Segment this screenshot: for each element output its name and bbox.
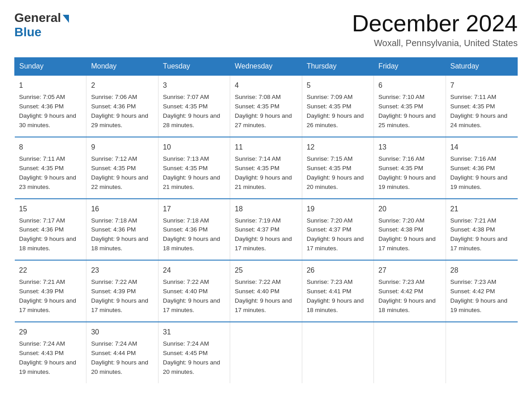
calendar-cell: 8 Sunrise: 7:11 AMSunset: 4:35 PMDayligh… bbox=[15, 137, 86, 199]
calendar-cell: 7 Sunrise: 7:11 AMSunset: 4:35 PMDayligh… bbox=[446, 75, 517, 137]
calendar-cell: 1 Sunrise: 7:05 AMSunset: 4:36 PMDayligh… bbox=[15, 75, 86, 137]
day-number: 10 bbox=[163, 142, 225, 153]
calendar-cell: 26 Sunrise: 7:23 AMSunset: 4:41 PMDaylig… bbox=[302, 260, 373, 322]
calendar-cell: 15 Sunrise: 7:17 AMSunset: 4:36 PMDaylig… bbox=[15, 199, 86, 261]
day-number: 15 bbox=[19, 204, 82, 214]
calendar-cell: 25 Sunrise: 7:22 AMSunset: 4:40 PMDaylig… bbox=[230, 260, 302, 322]
calendar-cell: 9 Sunrise: 7:12 AMSunset: 4:35 PMDayligh… bbox=[86, 137, 158, 199]
day-info: Sunrise: 7:17 AMSunset: 4:36 PMDaylight:… bbox=[19, 216, 82, 254]
day-info: Sunrise: 7:20 AMSunset: 4:38 PMDaylight:… bbox=[378, 216, 441, 254]
day-info: Sunrise: 7:21 AMSunset: 4:39 PMDaylight:… bbox=[19, 278, 82, 315]
calendar-cell bbox=[302, 322, 373, 383]
calendar-cell: 28 Sunrise: 7:23 AMSunset: 4:42 PMDaylig… bbox=[446, 260, 517, 322]
calendar-cell: 11 Sunrise: 7:14 AMSunset: 4:35 PMDaylig… bbox=[230, 137, 302, 199]
weekday-header-wednesday: Wednesday bbox=[230, 58, 302, 76]
day-info: Sunrise: 7:13 AMSunset: 4:35 PMDaylight:… bbox=[163, 154, 225, 192]
calendar-cell: 27 Sunrise: 7:23 AMSunset: 4:42 PMDaylig… bbox=[374, 260, 446, 322]
day-info: Sunrise: 7:22 AMSunset: 4:40 PMDaylight:… bbox=[163, 278, 225, 315]
weekday-header-friday: Friday bbox=[374, 58, 446, 76]
calendar-week-row: 1 Sunrise: 7:05 AMSunset: 4:36 PMDayligh… bbox=[15, 75, 518, 137]
calendar-cell: 22 Sunrise: 7:21 AMSunset: 4:39 PMDaylig… bbox=[15, 260, 86, 322]
calendar-cell: 17 Sunrise: 7:18 AMSunset: 4:36 PMDaylig… bbox=[158, 199, 230, 261]
day-number: 26 bbox=[307, 265, 369, 276]
calendar-cell: 29 Sunrise: 7:24 AMSunset: 4:43 PMDaylig… bbox=[15, 322, 86, 383]
day-info: Sunrise: 7:16 AMSunset: 4:36 PMDaylight:… bbox=[450, 154, 513, 192]
calendar-cell: 6 Sunrise: 7:10 AMSunset: 4:35 PMDayligh… bbox=[374, 75, 446, 137]
calendar-cell: 14 Sunrise: 7:16 AMSunset: 4:36 PMDaylig… bbox=[446, 137, 517, 199]
day-number: 4 bbox=[235, 80, 297, 91]
day-info: Sunrise: 7:23 AMSunset: 4:42 PMDaylight:… bbox=[378, 278, 441, 315]
day-info: Sunrise: 7:07 AMSunset: 4:35 PMDaylight:… bbox=[163, 93, 225, 130]
day-number: 14 bbox=[450, 142, 513, 153]
day-number: 3 bbox=[163, 80, 225, 91]
day-info: Sunrise: 7:11 AMSunset: 4:35 PMDaylight:… bbox=[19, 154, 82, 192]
calendar-week-row: 15 Sunrise: 7:17 AMSunset: 4:36 PMDaylig… bbox=[15, 199, 518, 261]
day-number: 9 bbox=[91, 142, 153, 153]
weekday-header-sunday: Sunday bbox=[15, 58, 86, 76]
day-number: 31 bbox=[163, 327, 225, 338]
day-info: Sunrise: 7:10 AMSunset: 4:35 PMDaylight:… bbox=[378, 93, 441, 130]
day-info: Sunrise: 7:22 AMSunset: 4:39 PMDaylight:… bbox=[91, 278, 153, 315]
calendar-cell: 4 Sunrise: 7:08 AMSunset: 4:35 PMDayligh… bbox=[230, 75, 302, 137]
calendar-cell: 12 Sunrise: 7:15 AMSunset: 4:35 PMDaylig… bbox=[302, 137, 373, 199]
page-header: General Blue December 2024 Woxall, Penns… bbox=[14, 11, 518, 48]
calendar-cell: 23 Sunrise: 7:22 AMSunset: 4:39 PMDaylig… bbox=[86, 260, 158, 322]
day-info: Sunrise: 7:05 AMSunset: 4:36 PMDaylight:… bbox=[19, 93, 82, 130]
calendar-cell: 5 Sunrise: 7:09 AMSunset: 4:35 PMDayligh… bbox=[302, 75, 373, 137]
calendar-cell: 16 Sunrise: 7:18 AMSunset: 4:36 PMDaylig… bbox=[86, 199, 158, 261]
calendar-cell: 31 Sunrise: 7:24 AMSunset: 4:45 PMDaylig… bbox=[158, 322, 230, 383]
day-number: 16 bbox=[91, 204, 153, 214]
calendar-cell: 18 Sunrise: 7:19 AMSunset: 4:37 PMDaylig… bbox=[230, 199, 302, 261]
day-info: Sunrise: 7:24 AMSunset: 4:43 PMDaylight:… bbox=[19, 339, 82, 377]
calendar-cell: 21 Sunrise: 7:21 AMSunset: 4:38 PMDaylig… bbox=[446, 199, 517, 261]
calendar-table: SundayMondayTuesdayWednesdayThursdayFrid… bbox=[14, 57, 518, 383]
month-year-title: December 2024 bbox=[352, 11, 518, 36]
calendar-cell: 13 Sunrise: 7:16 AMSunset: 4:35 PMDaylig… bbox=[374, 137, 446, 199]
logo-general: General bbox=[14, 11, 61, 25]
calendar-week-row: 29 Sunrise: 7:24 AMSunset: 4:43 PMDaylig… bbox=[15, 322, 518, 383]
day-info: Sunrise: 7:15 AMSunset: 4:35 PMDaylight:… bbox=[307, 154, 369, 192]
day-info: Sunrise: 7:11 AMSunset: 4:35 PMDaylight:… bbox=[450, 93, 513, 130]
calendar-cell: 20 Sunrise: 7:20 AMSunset: 4:38 PMDaylig… bbox=[374, 199, 446, 261]
day-info: Sunrise: 7:06 AMSunset: 4:36 PMDaylight:… bbox=[91, 93, 153, 130]
calendar-cell: 10 Sunrise: 7:13 AMSunset: 4:35 PMDaylig… bbox=[158, 137, 230, 199]
day-info: Sunrise: 7:23 AMSunset: 4:41 PMDaylight:… bbox=[307, 278, 369, 315]
weekday-header-row: SundayMondayTuesdayWednesdayThursdayFrid… bbox=[15, 58, 518, 76]
day-number: 22 bbox=[19, 265, 82, 276]
day-info: Sunrise: 7:24 AMSunset: 4:45 PMDaylight:… bbox=[163, 339, 225, 377]
location-subtitle: Woxall, Pennsylvania, United States bbox=[352, 38, 518, 48]
day-number: 20 bbox=[378, 204, 441, 214]
day-number: 29 bbox=[19, 327, 82, 338]
logo-text: General bbox=[14, 11, 69, 25]
calendar-cell bbox=[446, 322, 517, 383]
calendar-cell bbox=[374, 322, 446, 383]
calendar-cell: 30 Sunrise: 7:24 AMSunset: 4:44 PMDaylig… bbox=[86, 322, 158, 383]
day-info: Sunrise: 7:22 AMSunset: 4:40 PMDaylight:… bbox=[235, 278, 297, 315]
weekday-header-saturday: Saturday bbox=[446, 58, 517, 76]
day-info: Sunrise: 7:23 AMSunset: 4:42 PMDaylight:… bbox=[450, 278, 513, 315]
logo-arrow-icon bbox=[63, 15, 69, 23]
day-info: Sunrise: 7:12 AMSunset: 4:35 PMDaylight:… bbox=[91, 154, 153, 192]
day-number: 5 bbox=[307, 80, 369, 91]
day-info: Sunrise: 7:16 AMSunset: 4:35 PMDaylight:… bbox=[378, 154, 441, 192]
logo: General Blue bbox=[14, 11, 69, 39]
day-number: 17 bbox=[163, 204, 225, 214]
logo-blue-text: Blue bbox=[14, 25, 42, 39]
calendar-cell: 19 Sunrise: 7:20 AMSunset: 4:37 PMDaylig… bbox=[302, 199, 373, 261]
calendar-cell bbox=[230, 322, 302, 383]
day-number: 28 bbox=[450, 265, 513, 276]
day-number: 13 bbox=[378, 142, 441, 153]
day-info: Sunrise: 7:19 AMSunset: 4:37 PMDaylight:… bbox=[235, 216, 297, 254]
day-number: 1 bbox=[19, 80, 82, 91]
day-number: 19 bbox=[307, 204, 369, 214]
day-info: Sunrise: 7:18 AMSunset: 4:36 PMDaylight:… bbox=[91, 216, 153, 254]
calendar-cell: 2 Sunrise: 7:06 AMSunset: 4:36 PMDayligh… bbox=[86, 75, 158, 137]
calendar-cell: 3 Sunrise: 7:07 AMSunset: 4:35 PMDayligh… bbox=[158, 75, 230, 137]
calendar-header: SundayMondayTuesdayWednesdayThursdayFrid… bbox=[15, 58, 518, 76]
title-section: December 2024 Woxall, Pennsylvania, Unit… bbox=[352, 11, 518, 48]
weekday-header-tuesday: Tuesday bbox=[158, 58, 230, 76]
day-info: Sunrise: 7:14 AMSunset: 4:35 PMDaylight:… bbox=[235, 154, 297, 192]
day-info: Sunrise: 7:09 AMSunset: 4:35 PMDaylight:… bbox=[307, 93, 369, 130]
day-number: 21 bbox=[450, 204, 513, 214]
day-info: Sunrise: 7:08 AMSunset: 4:35 PMDaylight:… bbox=[235, 93, 297, 130]
